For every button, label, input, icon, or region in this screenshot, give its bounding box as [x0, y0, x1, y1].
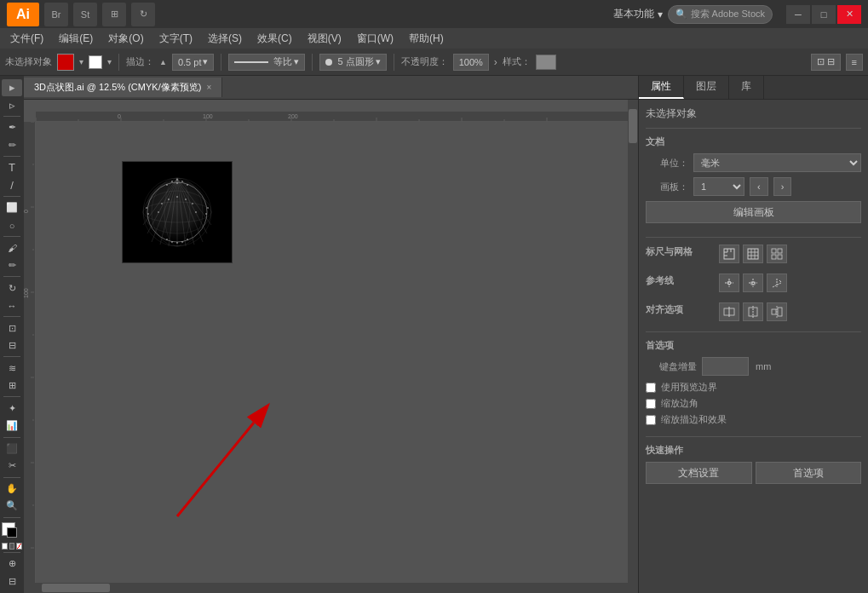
- grid-icon-btn[interactable]: [743, 245, 763, 263]
- unit-label: 单位：: [646, 157, 688, 170]
- bridge-icon[interactable]: Br: [44, 3, 68, 26]
- svg-rect-72: [724, 249, 734, 259]
- guides-clear-btn[interactable]: [767, 273, 787, 292]
- tab-properties[interactable]: 属性: [639, 76, 684, 99]
- scrollbar-h-thumb[interactable]: [42, 584, 110, 592]
- align-distribute-btn[interactable]: ⊡ ⊟: [811, 54, 841, 71]
- menu-type[interactable]: 文字(T): [152, 30, 199, 48]
- tool-rect[interactable]: ⬜: [2, 199, 22, 216]
- tool-symbol[interactable]: ✦: [2, 400, 22, 417]
- tool-type[interactable]: T: [2, 159, 22, 176]
- workspace-selector[interactable]: 基本功能 ▾: [613, 7, 663, 21]
- pixel-grid-icon-btn[interactable]: [767, 245, 787, 263]
- tool-line[interactable]: /: [2, 177, 22, 194]
- scrollbar-v-thumb[interactable]: [629, 109, 637, 143]
- vertical-scrollbar[interactable]: [628, 100, 638, 593]
- scale-corners-checkbox[interactable]: [646, 399, 656, 409]
- tool-draw-mode[interactable]: ⊕: [2, 556, 22, 573]
- edit-artboard-btn[interactable]: 编辑画板: [646, 201, 861, 223]
- preview-bounds-checkbox[interactable]: [646, 383, 656, 393]
- fill-swatch[interactable]: [57, 54, 74, 71]
- guides-show-btn[interactable]: [719, 273, 739, 292]
- keyboard-inc-input[interactable]: 0.3528: [702, 357, 749, 376]
- align-icon2: [747, 306, 759, 318]
- menu-view[interactable]: 视图(V): [301, 30, 348, 48]
- grid-icon: [747, 248, 759, 260]
- active-tab[interactable]: 3D点状图.ai @ 12.5% (CMYK/像素预览) ×: [24, 78, 222, 97]
- tool-reflect[interactable]: ↔: [2, 297, 22, 314]
- horizontal-scrollbar[interactable]: [24, 583, 628, 593]
- menu-window[interactable]: 窗口(W): [350, 30, 400, 48]
- dot-shape-input[interactable]: 5 点圆形 ▾: [319, 54, 386, 71]
- ruler-icon-btn[interactable]: [719, 245, 739, 263]
- tool-pen[interactable]: ✒: [2, 119, 22, 136]
- canvas-select[interactable]: 1: [693, 177, 744, 196]
- opacity-input[interactable]: 100%: [453, 54, 489, 71]
- close-button[interactable]: ✕: [837, 5, 861, 24]
- svg-point-52: [176, 182, 178, 184]
- align-canvas-btn[interactable]: [719, 302, 739, 321]
- stroke-dropdown-icon[interactable]: ▾: [107, 57, 112, 66]
- opacity-more-icon[interactable]: ›: [494, 56, 497, 68]
- menu-object[interactable]: 对象(O): [101, 30, 150, 48]
- minimize-button[interactable]: ─: [786, 5, 810, 24]
- stroke-style-input[interactable]: 等比 ▾: [228, 54, 305, 71]
- unit-select[interactable]: 毫米: [693, 153, 861, 172]
- align-selection-btn[interactable]: [767, 302, 787, 321]
- tab-close-button[interactable]: ×: [206, 83, 211, 92]
- tool-pencil[interactable]: ✏: [2, 257, 22, 274]
- tab-library[interactable]: 库: [729, 76, 764, 99]
- none-mode-icon[interactable]: [16, 543, 22, 550]
- menu-help[interactable]: 帮助(H): [402, 30, 451, 48]
- gradient-mode-icon[interactable]: [9, 543, 15, 550]
- fill-dropdown-icon[interactable]: ▾: [79, 57, 83, 66]
- svg-point-48: [176, 179, 178, 181]
- canvas-prev-btn[interactable]: ‹: [750, 177, 768, 196]
- tool-screen-mode[interactable]: ⊟: [2, 573, 22, 590]
- guides-lock-btn[interactable]: [743, 273, 763, 292]
- prefs-label: 首选项: [646, 339, 861, 352]
- align-artboard-btn[interactable]: [743, 302, 763, 321]
- menu-effect[interactable]: 效果(C): [250, 30, 299, 48]
- tool-rotate[interactable]: ↻: [2, 279, 22, 296]
- tool-hand[interactable]: ✋: [2, 480, 22, 497]
- ruler-h-marks: 0 100 200: [36, 111, 628, 121]
- tool-zoom[interactable]: 🔍: [2, 498, 22, 515]
- sync-icon[interactable]: ↻: [131, 3, 155, 26]
- tool-artboard[interactable]: ⬛: [2, 440, 22, 457]
- tool-shear[interactable]: ⊟: [2, 337, 22, 354]
- menu-select[interactable]: 选择(S): [201, 30, 249, 48]
- maximize-button[interactable]: □: [812, 5, 836, 24]
- tool-select[interactable]: ▸: [2, 79, 22, 96]
- stroke-up-icon[interactable]: ▲: [159, 58, 167, 66]
- style-swatch[interactable]: [536, 55, 556, 70]
- tool-slice[interactable]: ✂: [2, 458, 22, 475]
- stock-icon[interactable]: St: [73, 3, 97, 26]
- tool-paintbrush[interactable]: 🖌: [2, 239, 22, 256]
- tool-blend[interactable]: ⊞: [2, 377, 22, 394]
- tool-chart[interactable]: 📊: [2, 417, 22, 435]
- stroke-swatch[interactable]: [89, 55, 102, 69]
- stroke-input[interactable]: 0.5 pt ▾: [172, 54, 215, 71]
- tab-layers[interactable]: 图层: [684, 76, 729, 99]
- panel-options-btn[interactable]: ≡: [846, 54, 863, 71]
- preferences-btn[interactable]: 首选项: [756, 462, 862, 484]
- document-section: 文档 单位： 毫米 画板： 1 ‹ › 编辑画板: [646, 135, 861, 227]
- tool-scale[interactable]: ⊡: [2, 320, 22, 337]
- quick-action-btns: 文档设置 首选项: [646, 462, 861, 487]
- scale-strokes-checkbox[interactable]: [646, 415, 656, 425]
- guides-label: 参考线: [646, 274, 714, 287]
- stroke-color-box[interactable]: [7, 527, 17, 538]
- stock-search[interactable]: 🔍 搜索 Adobe Stock: [668, 5, 773, 24]
- tool-curvature[interactable]: ✏: [2, 137, 22, 154]
- tool-ellipse[interactable]: ○: [2, 217, 22, 234]
- menu-file[interactable]: 文件(F): [3, 30, 50, 48]
- menu-edit[interactable]: 编辑(E): [52, 30, 100, 48]
- canvas-next-btn[interactable]: ›: [773, 177, 792, 196]
- normal-mode-icon[interactable]: [2, 543, 8, 550]
- tool-direct-select[interactable]: ▹: [2, 97, 22, 114]
- grid-icon[interactable]: ⊞: [102, 3, 126, 26]
- no-selection-label: 未选择对象: [5, 55, 52, 68]
- tool-warp[interactable]: ≋: [2, 360, 22, 377]
- doc-settings-btn[interactable]: 文档设置: [646, 462, 752, 484]
